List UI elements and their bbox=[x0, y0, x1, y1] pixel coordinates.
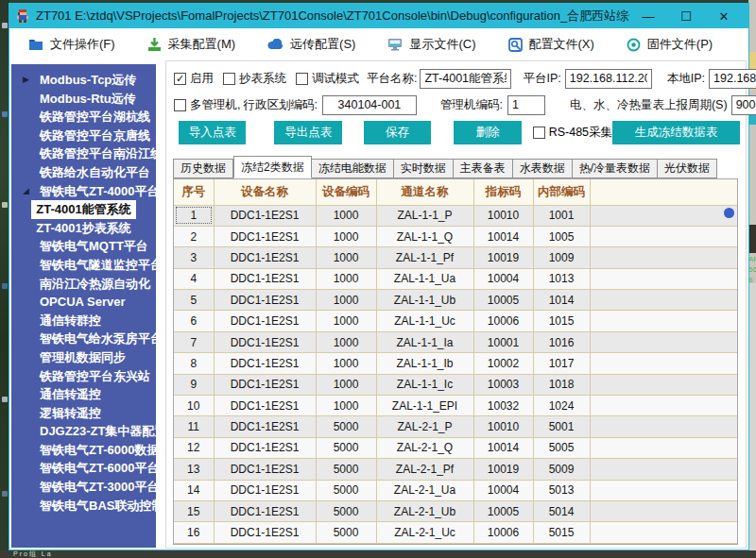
grid-cell[interactable]: DDC1-1E2S1 bbox=[214, 226, 316, 246]
grid-cell[interactable]: 7 bbox=[174, 331, 214, 352]
platform-ip-input[interactable] bbox=[565, 69, 652, 89]
toolbar-item-5[interactable]: 配置文件(X) bbox=[508, 36, 594, 53]
sidebar-item[interactable]: ▶Modbus-Tcp远传 bbox=[11, 71, 156, 90]
sidebar-item[interactable]: DJGZ23-ZT集中器配置 bbox=[11, 422, 156, 441]
sidebar-item[interactable]: 南沿江冷热源自动化 bbox=[11, 275, 156, 294]
tab-水表数据[interactable]: 水表数据 bbox=[513, 159, 573, 178]
grid-cell[interactable]: 10002 bbox=[473, 353, 533, 374]
grid-cell[interactable]: 1000 bbox=[316, 374, 376, 395]
grid-cell[interactable]: 10 bbox=[174, 396, 214, 416]
sidebar-item[interactable]: 管理机数据同步 bbox=[11, 348, 156, 367]
grid-cell[interactable]: 1 bbox=[174, 205, 214, 226]
grid-cell[interactable] bbox=[590, 268, 737, 289]
grid-cell[interactable]: 15 bbox=[174, 500, 214, 521]
grid-cell[interactable]: DDC1-1E2S1 bbox=[214, 416, 316, 437]
grid-cell[interactable] bbox=[590, 374, 737, 395]
grid-cell[interactable] bbox=[590, 353, 737, 374]
grid-cell[interactable]: 1000 bbox=[316, 331, 376, 352]
sidebar-item[interactable]: OPCUA Server bbox=[11, 293, 156, 312]
grid-cell[interactable]: 1014 bbox=[533, 290, 590, 311]
sidebar-item[interactable]: 铁路管控平台湖杭线 bbox=[11, 108, 156, 127]
grid-cell[interactable]: ZAL-1-1_Ub bbox=[376, 290, 473, 311]
toolbar-item-1[interactable]: 文件操作(F) bbox=[28, 36, 115, 53]
sidebar-item[interactable]: 通信转遥控 bbox=[11, 385, 156, 404]
grid-column-header[interactable] bbox=[590, 179, 737, 205]
sidebar-item[interactable]: 智铁电气MQTT平台 bbox=[11, 237, 156, 256]
toolbar-item-4[interactable]: 显示文件(C) bbox=[387, 36, 475, 53]
grid-cell[interactable]: 10004 bbox=[473, 268, 533, 289]
grid-cell[interactable]: ZAL-1-1_Uc bbox=[376, 311, 473, 331]
grid-column-header[interactable]: 指标码 bbox=[473, 179, 533, 205]
generate-frozen-table-button[interactable]: 生成冻结数据表 bbox=[612, 121, 740, 144]
grid-cell[interactable]: 1000 bbox=[316, 247, 376, 268]
grid-cell[interactable]: 1005 bbox=[533, 226, 590, 246]
grid-cell[interactable]: ZAL-2-1_Ua bbox=[376, 480, 473, 500]
grid-cell[interactable]: 10006 bbox=[473, 522, 533, 543]
sidebar-item[interactable]: 智铁电气ZT-6000平台配置 bbox=[11, 459, 156, 478]
grid-cell[interactable]: 16 bbox=[174, 522, 214, 543]
grid-cell[interactable]: 10005 bbox=[473, 290, 533, 311]
grid-cell[interactable]: 10010 bbox=[473, 416, 533, 437]
grid-cell[interactable]: ZAL-1-1_Ib bbox=[376, 353, 473, 374]
grid-cell[interactable]: DDC1-1E2S1 bbox=[214, 480, 316, 500]
grid-cell[interactable]: ZAL-1-1_Ua bbox=[376, 268, 473, 289]
grid-column-header[interactable]: 内部编码 bbox=[533, 179, 590, 205]
grid-cell[interactable]: 1016 bbox=[533, 331, 590, 352]
grid-cell[interactable]: 1000 bbox=[316, 396, 376, 416]
grid-cell[interactable]: 5000 bbox=[316, 416, 376, 437]
toolbar-item-3[interactable]: 远传配置(S) bbox=[267, 36, 355, 53]
grid-cell[interactable]: 5000 bbox=[316, 480, 376, 500]
tab-热/冷量表数据[interactable]: 热/冷量表数据 bbox=[573, 159, 658, 178]
grid-cell[interactable]: ZAL-2-1_Uc bbox=[376, 522, 473, 543]
tab-主表备表[interactable]: 主表备表 bbox=[454, 159, 513, 178]
grid-cell[interactable]: 1018 bbox=[533, 374, 590, 395]
grid-cell[interactable]: 14 bbox=[174, 480, 214, 500]
grid-cell[interactable]: DDC1-1E2S1 bbox=[214, 459, 316, 480]
sidebar-item[interactable]: 铁路管控平台京唐线 bbox=[11, 127, 156, 145]
meter-system-checkbox[interactable] bbox=[223, 73, 235, 85]
grid-cell[interactable]: ZAL-2-1_Ub bbox=[376, 500, 473, 521]
grid-column-header[interactable]: 设备名称 bbox=[214, 179, 316, 205]
grid-cell[interactable]: 10005 bbox=[473, 500, 533, 521]
grid-cell[interactable]: 6 bbox=[174, 311, 214, 331]
period-electric-input[interactable] bbox=[731, 95, 756, 115]
toolbar-item-2[interactable]: 采集配置(M) bbox=[147, 36, 236, 53]
grid-cell[interactable]: 1015 bbox=[533, 311, 590, 331]
grid-cell[interactable]: ZAL-1-1_EPI bbox=[376, 396, 473, 416]
grid-cell[interactable]: 1013 bbox=[533, 268, 590, 289]
grid-cell[interactable]: DDC1-1E2S1 bbox=[214, 522, 316, 543]
grid-cell[interactable]: 5009 bbox=[533, 459, 590, 480]
multi-manager-checkbox[interactable] bbox=[174, 99, 186, 111]
grid-cell[interactable]: 12 bbox=[174, 437, 214, 458]
grid-cell[interactable] bbox=[590, 416, 737, 437]
sidebar-item[interactable]: Modbus-Rtu远传 bbox=[11, 90, 156, 109]
grid-cell[interactable]: ZAL-2-1_P bbox=[376, 416, 473, 437]
grid-cell[interactable]: 10014 bbox=[473, 437, 533, 458]
grid-cell[interactable]: 10010 bbox=[473, 205, 533, 226]
grid-cell[interactable]: DDC1-1E2S1 bbox=[214, 247, 316, 268]
grid-cell[interactable]: 5001 bbox=[533, 416, 590, 437]
debug-mode-checkbox[interactable] bbox=[296, 73, 308, 85]
grid-cell[interactable]: ZAL-1-1_Pf bbox=[376, 247, 473, 268]
sidebar-item[interactable]: ZT-4001抄表系统 bbox=[11, 219, 156, 238]
tab-历史数据[interactable]: 历史数据 bbox=[173, 159, 233, 178]
grid-cell[interactable]: 10003 bbox=[473, 374, 533, 395]
close-button[interactable]: ✕ bbox=[705, 4, 743, 28]
tree-collapsed-icon[interactable]: ▶ bbox=[23, 71, 29, 90]
grid-cell[interactable]: 10032 bbox=[473, 396, 533, 416]
grid-cell[interactable] bbox=[590, 459, 737, 480]
grid-cell[interactable]: DDC1-1E2S1 bbox=[214, 396, 316, 416]
sidebar-item[interactable]: 智铁电气ZT-3000平台配置 bbox=[11, 478, 156, 497]
tab-冻结电能数据[interactable]: 冻结电能数据 bbox=[312, 159, 394, 178]
grid-cell[interactable] bbox=[590, 290, 737, 311]
sidebar-item[interactable]: 智铁电气给水泵房平台 bbox=[11, 330, 156, 348]
grid-cell[interactable]: 5 bbox=[174, 290, 214, 311]
grid-cell[interactable]: DDC1-1E2S1 bbox=[214, 353, 316, 374]
grid-column-header[interactable]: 序号 bbox=[174, 179, 214, 205]
grid-cell[interactable]: 1000 bbox=[316, 205, 376, 226]
local-ip-input[interactable] bbox=[709, 69, 756, 89]
grid-cell[interactable]: 3 bbox=[174, 247, 214, 268]
grid-cell[interactable] bbox=[590, 247, 737, 268]
grid-cell[interactable]: DDC1-1E2S1 bbox=[214, 500, 316, 521]
grid-cell[interactable] bbox=[590, 480, 737, 500]
